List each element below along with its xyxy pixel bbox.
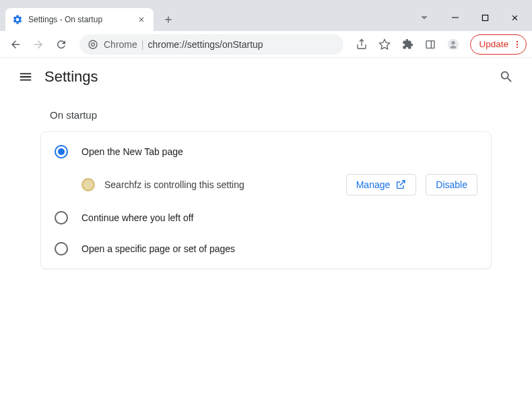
new-tab-button[interactable]: [159, 10, 178, 29]
svg-point-9: [517, 43, 518, 44]
chrome-icon: [88, 39, 98, 50]
radio-new-tab[interactable]: Open the New Tab page: [41, 136, 491, 167]
svg-point-8: [517, 40, 518, 42]
svg-rect-0: [452, 18, 459, 18]
section-title: On startup: [50, 109, 492, 121]
radio-label: Continue where you left off: [81, 212, 193, 223]
radio-icon: [55, 242, 68, 256]
radio-label: Open the New Tab page: [81, 146, 183, 157]
extension-notice: Searchfz is controlling this setting Man…: [41, 167, 491, 202]
radio-icon: [55, 145, 68, 158]
extensions-icon[interactable]: [397, 34, 418, 55]
sidepanel-icon[interactable]: [420, 34, 440, 55]
gear-icon: [12, 14, 23, 25]
search-icon[interactable]: [493, 63, 520, 90]
extension-favicon: [81, 178, 95, 191]
bookmark-star-icon[interactable]: [374, 34, 395, 55]
radio-label: Open a specific page or set of pages: [81, 243, 235, 254]
forward-button[interactable]: [28, 34, 48, 55]
external-link-icon: [395, 179, 406, 190]
back-button[interactable]: [5, 34, 26, 55]
disable-button[interactable]: Disable: [426, 174, 477, 196]
svg-point-10: [517, 46, 518, 47]
svg-point-2: [89, 40, 97, 49]
hamburger-menu-icon[interactable]: [12, 63, 39, 90]
browser-tab[interactable]: Settings - On startup: [5, 8, 154, 31]
page-title: Settings: [44, 68, 98, 86]
minimize-button[interactable]: [440, 7, 470, 28]
extension-notice-text: Searchfz is controlling this setting: [104, 179, 337, 190]
radio-specific[interactable]: Open a specific page or set of pages: [41, 233, 491, 264]
reload-button[interactable]: [51, 34, 71, 55]
settings-header: Settings: [0, 58, 532, 96]
address-bar[interactable]: Chrome | chrome://settings/onStartup: [79, 34, 343, 55]
svg-rect-1: [482, 15, 488, 20]
update-button[interactable]: Update: [470, 34, 527, 55]
svg-point-7: [452, 40, 455, 44]
close-icon[interactable]: [136, 14, 147, 25]
radio-continue[interactable]: Continue where you left off: [41, 202, 491, 233]
profile-icon[interactable]: [443, 34, 463, 55]
tab-title: Settings - On startup: [28, 15, 131, 24]
close-window-button[interactable]: [500, 7, 529, 28]
radio-icon: [55, 211, 68, 224]
svg-rect-4: [426, 40, 434, 48]
browser-toolbar: Chrome | chrome://settings/onStartup Upd…: [0, 31, 532, 58]
manage-button[interactable]: Manage: [346, 174, 417, 196]
maximize-button[interactable]: [470, 7, 500, 28]
chevron-down-icon[interactable]: [413, 13, 435, 22]
address-text: Chrome | chrome://settings/onStartup: [104, 39, 263, 50]
menu-dots-icon: [512, 40, 522, 49]
titlebar: Settings - On startup: [0, 0, 532, 31]
window-controls: [413, 0, 532, 31]
startup-card: Open the New Tab page Searchfz is contro…: [40, 131, 492, 269]
update-label: Update: [479, 39, 508, 49]
svg-point-3: [92, 42, 95, 46]
settings-content: On startup Open the New Tab page Searchf…: [0, 96, 532, 282]
share-icon[interactable]: [352, 34, 372, 55]
